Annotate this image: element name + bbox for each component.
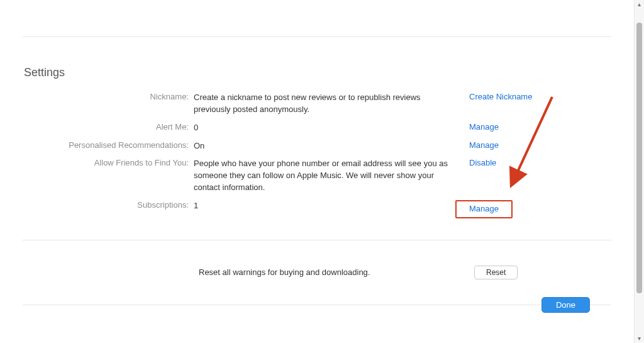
- action-nickname: Create Nickname: [452, 91, 611, 101]
- scrollbar-track[interactable]: ▴ ▾: [634, 0, 644, 343]
- annotation-highlight: Manage: [455, 200, 513, 218]
- row-recs: Personalised Recommendations: On Manage: [23, 139, 611, 152]
- row-alert: Alert Me: 0 Manage: [23, 121, 611, 134]
- action-friends: Disable: [452, 157, 611, 167]
- row-nickname: Nickname: Create a nickname to post new …: [23, 91, 611, 116]
- divider-top: [23, 37, 611, 37]
- done-button[interactable]: Done: [541, 297, 590, 313]
- action-alert: Manage: [452, 121, 611, 132]
- disable-friends-link[interactable]: Disable: [469, 158, 496, 167]
- reset-button[interactable]: Reset: [474, 266, 518, 279]
- row-friends: Allow Friends to Find You: People who ha…: [23, 157, 611, 194]
- done-wrap: Done: [541, 297, 590, 313]
- scrollbar-down-icon[interactable]: ▾: [636, 335, 642, 342]
- settings-viewport: Settings Nickname: Create a nickname to …: [0, 0, 644, 343]
- scroll-area: Settings Nickname: Create a nickname to …: [0, 0, 634, 343]
- content: Settings Nickname: Create a nickname to …: [0, 37, 634, 305]
- reset-btn-wrap: Reset: [457, 266, 611, 279]
- scrollbar-up-icon[interactable]: ▴: [636, 1, 642, 8]
- section-title: Settings: [24, 66, 611, 79]
- label-alert: Alert Me:: [23, 121, 194, 132]
- manage-subs-link[interactable]: Manage: [469, 204, 499, 213]
- value-friends: People who have your phone number or ema…: [194, 157, 452, 194]
- value-recs: On: [194, 139, 452, 152]
- reset-text: Reset all warnings for buying and downlo…: [199, 266, 457, 279]
- value-alert: 0: [194, 121, 452, 134]
- action-recs: Manage: [452, 139, 611, 150]
- value-subs: 1: [194, 199, 452, 212]
- divider-mid: [23, 240, 611, 240]
- reset-row: Reset all warnings for buying and downlo…: [23, 266, 611, 279]
- label-nickname: Nickname:: [23, 91, 194, 101]
- manage-recs-link[interactable]: Manage: [469, 140, 499, 150]
- manage-alert-link[interactable]: Manage: [469, 122, 499, 132]
- label-recs: Personalised Recommendations:: [23, 139, 194, 150]
- row-subs: Subscriptions: 1 Manage: [23, 199, 611, 218]
- scrollbar-thumb[interactable]: [636, 23, 642, 293]
- create-nickname-link[interactable]: Create Nickname: [469, 92, 532, 101]
- label-friends: Allow Friends to Find You:: [23, 157, 194, 167]
- settings-table: Nickname: Create a nickname to post new …: [23, 91, 611, 218]
- action-subs: Manage: [452, 199, 611, 218]
- label-subs: Subscriptions:: [23, 199, 194, 210]
- divider-bottom: [23, 305, 611, 305]
- value-nickname: Create a nickname to post new reviews or…: [194, 91, 452, 116]
